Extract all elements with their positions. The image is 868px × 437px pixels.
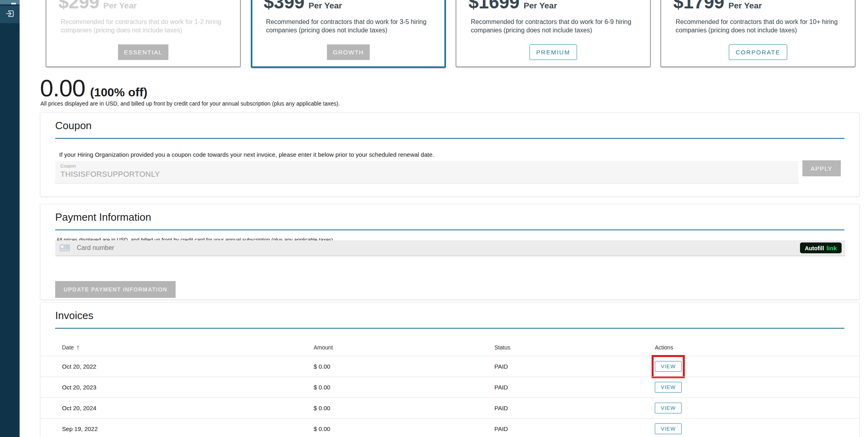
plan-description: Recommended for contractors that do work… [471, 18, 638, 34]
coupon-title: Coupon [40, 113, 859, 132]
growth-plan-button[interactable]: GROWTH [327, 44, 370, 60]
invoice-row: Oct 20, 2024 $ 0.00 PAID VIEW [40, 397, 859, 418]
invoice-amount: $ 0.00 [314, 405, 494, 411]
invoice-date: Sep 19, 2022 [62, 425, 314, 432]
plan-price: $399Per Year [264, 0, 433, 11]
plan-description: Recommended for contractors that do work… [61, 18, 228, 34]
payment-title: Payment Information [40, 204, 859, 223]
link-brand-label: link [826, 245, 837, 251]
invoice-row: Oct 20, 2023 $ 0.00 PAID VIEW [40, 377, 859, 397]
invoice-date: Oct 20, 2023 [62, 384, 314, 391]
column-header-actions: Actions [655, 344, 859, 351]
credit-card-icon [60, 244, 70, 251]
column-header-amount: Amount [314, 344, 494, 351]
plan-card-corporate[interactable]: $1799Per Year Recommended for contractor… [660, 0, 856, 67]
invoice-date: Oct 20, 2024 [62, 405, 314, 411]
plan-price: $299Per Year [58, 0, 228, 11]
invoices-title: Invoices [40, 303, 859, 322]
coupon-section: Coupon If your Hiring Organization provi… [40, 112, 860, 197]
invoices-section: Invoices Date ↑ Amount Status Actions Oc… [40, 302, 860, 437]
corporate-plan-button[interactable]: CORPORATE [729, 44, 787, 60]
plan-description: Recommended for contractors that do work… [676, 18, 843, 34]
plan-price: $1699Per Year [468, 0, 638, 11]
column-header-date[interactable]: Date ↑ [62, 343, 314, 351]
section-divider [55, 229, 844, 230]
plan-description: Recommended for contractors that do work… [266, 18, 433, 34]
invoices-table-header: Date ↑ Amount Status Actions [40, 339, 859, 356]
premium-plan-button[interactable]: PREMIUM [530, 44, 577, 60]
column-header-status: Status [494, 344, 655, 351]
logout-icon [5, 8, 15, 20]
autofill-link-button[interactable]: Autofill link [800, 243, 842, 253]
current-price: 0.00 (100% off) [40, 74, 148, 102]
plan-price: $1799Per Year [673, 0, 843, 11]
update-payment-button[interactable]: UPDATE PAYMENT INFORMATION [55, 281, 176, 298]
invoice-status: PAID [494, 363, 655, 370]
section-divider [55, 138, 844, 139]
coupon-input[interactable]: Coupon THISISFORSUPPORTONLY [55, 161, 798, 184]
invoice-row: Sep 19, 2022 $ 0.00 PAID VIEW [40, 418, 859, 437]
invoice-amount: $ 0.00 [314, 425, 494, 432]
sort-ascending-icon: ↑ [76, 343, 80, 351]
payment-section: Payment Information All prices displayed… [40, 204, 860, 300]
invoice-status: PAID [494, 405, 655, 411]
discount-label: (100% off) [90, 86, 147, 99]
sidebar-top-icon [11, 3, 16, 4]
plan-card-growth[interactable]: $399Per Year Recommended for contractors… [251, 0, 446, 68]
pricing-note: All prices displayed are in USD, and bil… [40, 100, 340, 107]
invoice-amount: $ 0.00 [314, 363, 494, 370]
invoice-date: Oct 20, 2022 [62, 363, 314, 370]
billing-page: $299Per Year Recommended for contractors… [0, 0, 868, 437]
sidebar [0, 0, 20, 437]
coupon-input-value: THISISFORSUPPORTONLY [60, 170, 798, 179]
section-divider [55, 328, 844, 329]
invoice-amount: $ 0.00 [314, 384, 494, 391]
autofill-label: Autofill [805, 245, 824, 251]
plan-card-premium[interactable]: $1699Per Year Recommended for contractor… [456, 0, 651, 67]
view-invoice-button[interactable]: VIEW [655, 382, 682, 393]
coupon-description: If your Hiring Organization provided you… [59, 151, 859, 158]
sidebar-item-top[interactable] [0, 0, 20, 4]
coupon-input-label: Coupon [60, 164, 798, 168]
invoice-row: Oct 20, 2022 $ 0.00 PAID VIEW [40, 356, 859, 377]
view-invoice-button[interactable]: VIEW [655, 423, 682, 434]
essential-plan-button[interactable]: ESSENTIAL [118, 44, 168, 60]
invoice-status: PAID [494, 425, 655, 432]
plan-card-essential[interactable]: $299Per Year Recommended for contractors… [46, 0, 241, 67]
card-number-input[interactable]: Card number Autofill link [55, 240, 845, 256]
view-invoice-button[interactable]: VIEW [655, 403, 682, 413]
card-number-placeholder: Card number [77, 244, 114, 251]
apply-coupon-button[interactable]: APPLY [802, 160, 841, 176]
invoice-status: PAID [494, 384, 655, 391]
price-amount: 0.00 [40, 75, 85, 102]
invoices-table: Date ↑ Amount Status Actions Oct 20, 202… [40, 339, 859, 437]
logout-button[interactable] [0, 6, 20, 23]
view-invoice-button[interactable]: VIEW [655, 361, 682, 372]
